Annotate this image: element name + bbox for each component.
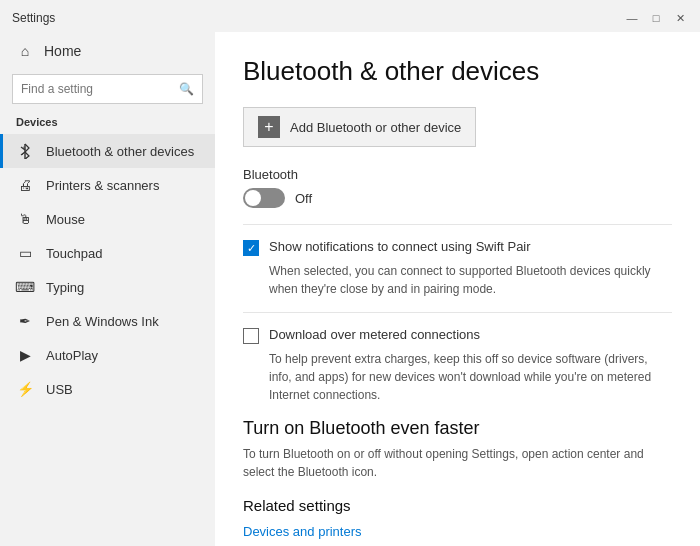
home-icon: ⌂ — [16, 42, 34, 60]
sidebar-item-bluetooth[interactable]: Bluetooth & other devices — [0, 134, 215, 168]
title-bar: Settings — □ ✕ — [0, 0, 700, 32]
metered-row: Download over metered connections — [243, 327, 672, 344]
main-content: Bluetooth & other devices + Add Bluetoot… — [215, 32, 700, 546]
swift-pair-description: When selected, you can connect to suppor… — [269, 262, 672, 298]
sidebar-item-typing[interactable]: ⌨ Typing — [0, 270, 215, 304]
swift-pair-row: Show notifications to connect using Swif… — [243, 239, 672, 256]
sidebar-item-label: Typing — [46, 280, 84, 295]
add-icon: + — [258, 116, 280, 138]
sidebar: ⌂ Home 🔍 Devices Bluetooth & other devic… — [0, 32, 215, 546]
related-link-devices-printers[interactable]: Devices and printers — [243, 524, 672, 539]
sidebar-item-label: AutoPlay — [46, 348, 98, 363]
add-device-button[interactable]: + Add Bluetooth or other device — [243, 107, 476, 147]
usb-icon: ⚡ — [16, 380, 34, 398]
sidebar-item-label: Bluetooth & other devices — [46, 144, 194, 159]
toggle-thumb — [245, 190, 261, 206]
divider-2 — [243, 312, 672, 313]
app-body: ⌂ Home 🔍 Devices Bluetooth & other devic… — [0, 32, 700, 546]
metered-label: Download over metered connections — [269, 327, 480, 342]
search-box[interactable]: 🔍 — [12, 74, 203, 104]
faster-description: To turn Bluetooth on or off without open… — [243, 445, 672, 481]
maximize-button[interactable]: □ — [648, 10, 664, 26]
page-title: Bluetooth & other devices — [243, 56, 672, 87]
search-input[interactable] — [21, 82, 179, 96]
window-title: Settings — [12, 11, 55, 25]
sidebar-item-usb[interactable]: ⚡ USB — [0, 372, 215, 406]
sidebar-item-pen[interactable]: ✒ Pen & Windows Ink — [0, 304, 215, 338]
search-icon: 🔍 — [179, 82, 194, 96]
minimize-button[interactable]: — — [624, 10, 640, 26]
sidebar-item-home[interactable]: ⌂ Home — [0, 32, 215, 70]
home-label: Home — [44, 43, 81, 59]
faster-heading: Turn on Bluetooth even faster — [243, 418, 672, 439]
metered-checkbox[interactable] — [243, 328, 259, 344]
sidebar-item-touchpad[interactable]: ▭ Touchpad — [0, 236, 215, 270]
mouse-icon: 🖱 — [16, 210, 34, 228]
bluetooth-section-label: Bluetooth — [243, 167, 672, 182]
bluetooth-toggle-status: Off — [295, 191, 312, 206]
sidebar-item-printers[interactable]: 🖨 Printers & scanners — [0, 168, 215, 202]
bluetooth-toggle[interactable] — [243, 188, 285, 208]
touchpad-icon: ▭ — [16, 244, 34, 262]
sidebar-item-autoplay[interactable]: ▶ AutoPlay — [0, 338, 215, 372]
svg-line-2 — [21, 152, 25, 155]
related-settings-title: Related settings — [243, 497, 672, 514]
typing-icon: ⌨ — [16, 278, 34, 296]
swift-pair-label: Show notifications to connect using Swif… — [269, 239, 531, 254]
printers-icon: 🖨 — [16, 176, 34, 194]
bluetooth-toggle-row: Off — [243, 188, 672, 208]
add-device-label: Add Bluetooth or other device — [290, 120, 461, 135]
close-button[interactable]: ✕ — [672, 10, 688, 26]
window-controls: — □ ✕ — [624, 10, 688, 26]
sidebar-item-label: Mouse — [46, 212, 85, 227]
autoplay-icon: ▶ — [16, 346, 34, 364]
divider-1 — [243, 224, 672, 225]
sidebar-section-title: Devices — [0, 112, 215, 134]
swift-pair-checkbox[interactable] — [243, 240, 259, 256]
sidebar-item-label: Pen & Windows Ink — [46, 314, 159, 329]
sidebar-item-label: Printers & scanners — [46, 178, 159, 193]
pen-icon: ✒ — [16, 312, 34, 330]
sidebar-item-label: Touchpad — [46, 246, 102, 261]
bluetooth-icon — [16, 142, 34, 160]
metered-description: To help prevent extra charges, keep this… — [269, 350, 672, 404]
sidebar-item-mouse[interactable]: 🖱 Mouse — [0, 202, 215, 236]
sidebar-item-label: USB — [46, 382, 73, 397]
